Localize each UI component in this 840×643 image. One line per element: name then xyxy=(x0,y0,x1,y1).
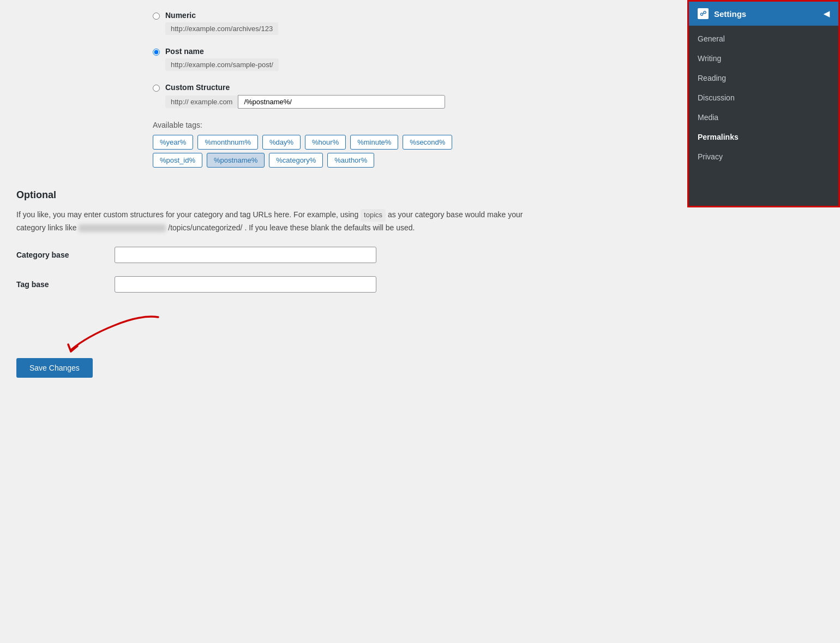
sidebar-item-privacy[interactable]: Privacy xyxy=(689,147,838,166)
optional-desc-before: If you like, you may enter custom struct… xyxy=(16,210,358,219)
custom-structure-row: http:// example.com xyxy=(165,95,445,109)
tag-postname[interactable]: %postname% xyxy=(207,153,265,168)
save-changes-button[interactable]: Save Changes xyxy=(16,358,93,378)
page-wrapper: ☍ Settings ◀ General Writing Reading Dis… xyxy=(0,0,840,643)
custom-structure-option: Custom Structure http:// example.com xyxy=(16,83,551,109)
available-tags-section: Available tags: %year% %monthnum% %day% … xyxy=(16,121,551,168)
numeric-label[interactable]: Numeric xyxy=(165,11,278,20)
sidebar-panel: ☍ Settings ◀ General Writing Reading Dis… xyxy=(687,0,840,207)
custom-radio[interactable] xyxy=(153,85,160,92)
url-prefix: http:// example.com xyxy=(165,96,238,108)
topics-badge: topics xyxy=(361,209,386,222)
tag-second[interactable]: %second% xyxy=(403,135,452,150)
tags-row-1: %year% %monthnum% %day% %hour% %minute% … xyxy=(153,135,551,150)
sidebar-item-writing[interactable]: Writing xyxy=(689,49,838,68)
numeric-content: Numeric http://example.com/archives/123 xyxy=(165,11,278,35)
sidebar-collapse-icon[interactable]: ◀ xyxy=(824,9,830,18)
tag-base-input[interactable] xyxy=(115,276,376,293)
sidebar-item-general[interactable]: General xyxy=(689,29,838,49)
optional-title: Optional xyxy=(16,189,551,201)
tag-base-row: Tag base xyxy=(16,276,551,293)
arrow-svg xyxy=(16,309,169,358)
numeric-url-example: http://example.com/archives/123 xyxy=(165,22,278,35)
optional-description: If you like, you may enter custom struct… xyxy=(16,209,551,234)
available-tags-label: Available tags: xyxy=(153,121,551,129)
numeric-option: Numeric http://example.com/archives/123 xyxy=(16,11,551,35)
tag-day[interactable]: %day% xyxy=(262,135,301,150)
blurred-url xyxy=(79,224,166,232)
optional-url-suffix: /topics/uncategorized/ xyxy=(168,223,242,232)
custom-structure-input[interactable] xyxy=(238,95,445,109)
sidebar-item-permalinks[interactable]: Permalinks xyxy=(689,127,838,147)
tag-category[interactable]: %category% xyxy=(269,153,323,168)
settings-icon: ☍ xyxy=(698,8,709,19)
postname-content: Post name http://example.com/sample-post… xyxy=(165,47,279,71)
tag-post-id[interactable]: %post_id% xyxy=(153,153,202,168)
sidebar-item-reading[interactable]: Reading xyxy=(689,68,838,88)
postname-radio[interactable] xyxy=(153,49,160,56)
category-base-label: Category base xyxy=(16,251,104,259)
category-base-input[interactable] xyxy=(115,247,376,263)
postname-option: Post name http://example.com/sample-post… xyxy=(16,47,551,71)
optional-section: Optional If you like, you may enter cust… xyxy=(16,189,551,293)
content-area: Numeric http://example.com/archives/123 … xyxy=(16,11,551,378)
custom-content: Custom Structure http:// example.com xyxy=(165,83,445,109)
category-base-row: Category base xyxy=(16,247,551,263)
tag-monthnum[interactable]: %monthnum% xyxy=(197,135,258,150)
arrow-annotation xyxy=(16,309,180,358)
sidebar-item-discussion[interactable]: Discussion xyxy=(689,88,838,108)
numeric-radio[interactable] xyxy=(153,13,160,20)
tag-minute[interactable]: %minute% xyxy=(350,135,398,150)
sidebar-nav: General Writing Reading Discussion Media… xyxy=(689,26,838,170)
sidebar-item-media[interactable]: Media xyxy=(689,108,838,127)
postname-url-example: http://example.com/sample-post/ xyxy=(165,58,279,71)
tag-base-label: Tag base xyxy=(16,280,104,289)
custom-label[interactable]: Custom Structure xyxy=(165,83,445,92)
postname-label[interactable]: Post name xyxy=(165,47,279,56)
tags-row-2: %post_id% %postname% %category% %author% xyxy=(153,153,551,168)
optional-desc-after: . If you leave these blank the defaults … xyxy=(244,223,415,232)
sidebar-header: ☍ Settings ◀ xyxy=(689,2,838,26)
sidebar-title: Settings xyxy=(714,9,746,19)
tag-author[interactable]: %author% xyxy=(327,153,374,168)
tag-year[interactable]: %year% xyxy=(153,135,193,150)
tag-hour[interactable]: %hour% xyxy=(305,135,346,150)
